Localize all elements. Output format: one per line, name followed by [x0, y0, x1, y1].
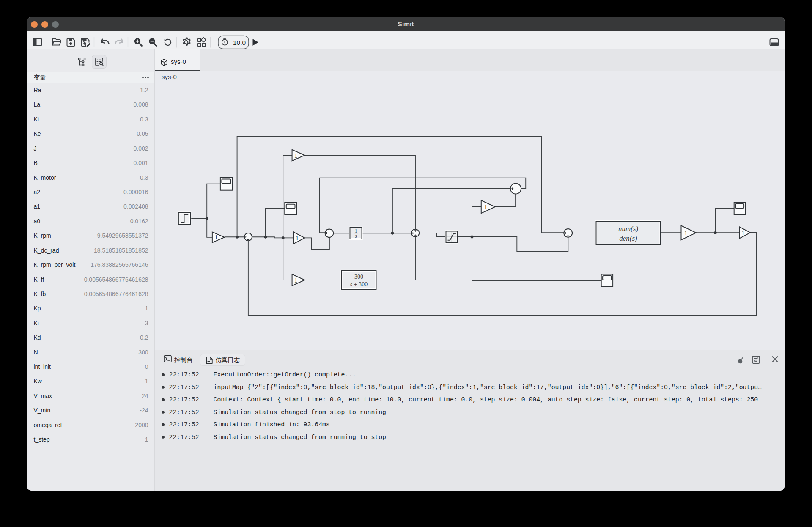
- svg-text:1: 1: [355, 228, 357, 233]
- svg-text:1: 1: [214, 234, 218, 241]
- svg-text:1: 1: [684, 230, 688, 236]
- svg-text:1: 1: [294, 277, 298, 284]
- svg-text:10.0: 10.0: [233, 39, 246, 46]
- svg-text:300: 300: [354, 274, 363, 280]
- svg-text:1: 1: [296, 235, 299, 242]
- svg-text:s + 300: s + 300: [350, 281, 368, 288]
- svg-text:1: 1: [294, 152, 298, 159]
- svg-text:s: s: [355, 233, 357, 239]
- svg-text:den(s): den(s): [619, 234, 637, 242]
- svg-text:num(s): num(s): [618, 225, 639, 233]
- svg-text:1: 1: [741, 230, 745, 236]
- svg-text:1: 1: [484, 204, 487, 211]
